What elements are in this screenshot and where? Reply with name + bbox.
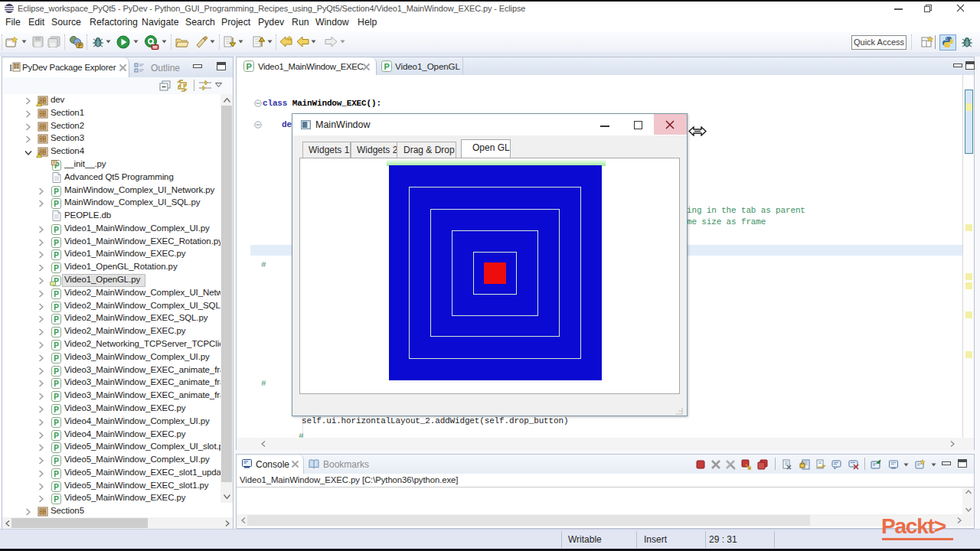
svg-text:P: P: [54, 444, 59, 452]
svg-text:P: P: [78, 43, 82, 48]
svg-text:P: P: [54, 328, 59, 337]
svg-text:P: P: [54, 200, 59, 208]
svg-text:P: P: [54, 226, 59, 234]
svg-text:P: P: [54, 432, 59, 440]
svg-text:P: P: [54, 393, 59, 401]
svg-text:P: P: [54, 251, 59, 259]
svg-text:P: P: [54, 367, 59, 376]
svg-text:P: P: [54, 457, 59, 465]
svg-text:P: P: [54, 495, 59, 504]
svg-text:P: P: [54, 341, 59, 350]
svg-text:P: P: [54, 406, 59, 414]
svg-text:P: P: [54, 187, 59, 196]
svg-text:P: P: [54, 470, 59, 478]
svg-text:P: P: [54, 354, 59, 363]
svg-text:P: P: [54, 303, 59, 311]
svg-text:P: P: [54, 483, 59, 491]
svg-text:P: P: [54, 315, 59, 324]
svg-text:P: P: [384, 62, 390, 71]
svg-text:P: P: [54, 380, 59, 388]
svg-text:P: P: [54, 264, 59, 272]
svg-text:P: P: [54, 239, 59, 247]
svg-text:P: P: [54, 419, 59, 427]
svg-text:P: P: [247, 62, 252, 71]
svg-text:P: P: [54, 290, 59, 298]
